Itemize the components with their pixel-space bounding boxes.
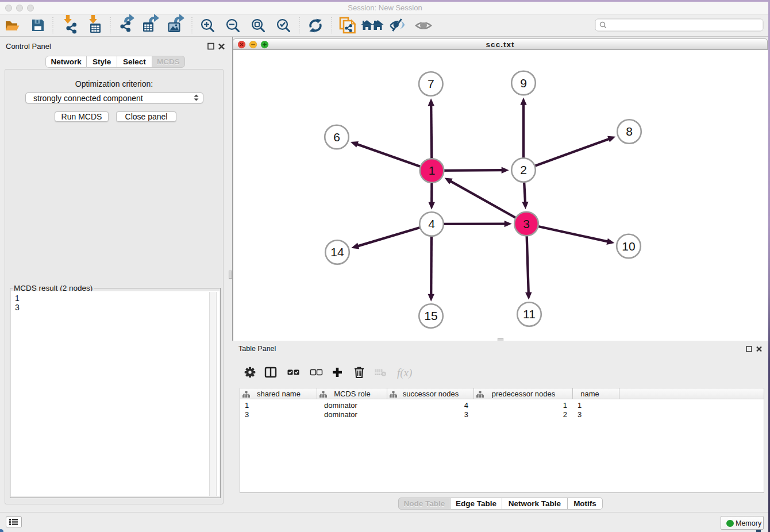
svg-text:1: 1 (429, 164, 436, 177)
svg-text:3: 3 (523, 217, 530, 230)
svg-text:4: 4 (428, 217, 435, 230)
svg-text:9: 9 (520, 76, 527, 90)
svg-text:f(x): f(x) (397, 367, 412, 379)
svg-text:7: 7 (428, 77, 434, 90)
svg-text:6: 6 (333, 130, 340, 144)
svg-text:14: 14 (330, 245, 344, 259)
svg-text:2: 2 (520, 163, 527, 176)
svg-text:11: 11 (523, 307, 536, 321)
svg-text:15: 15 (424, 309, 437, 322)
svg-text:10: 10 (622, 240, 635, 253)
svg-text:8: 8 (626, 125, 633, 138)
